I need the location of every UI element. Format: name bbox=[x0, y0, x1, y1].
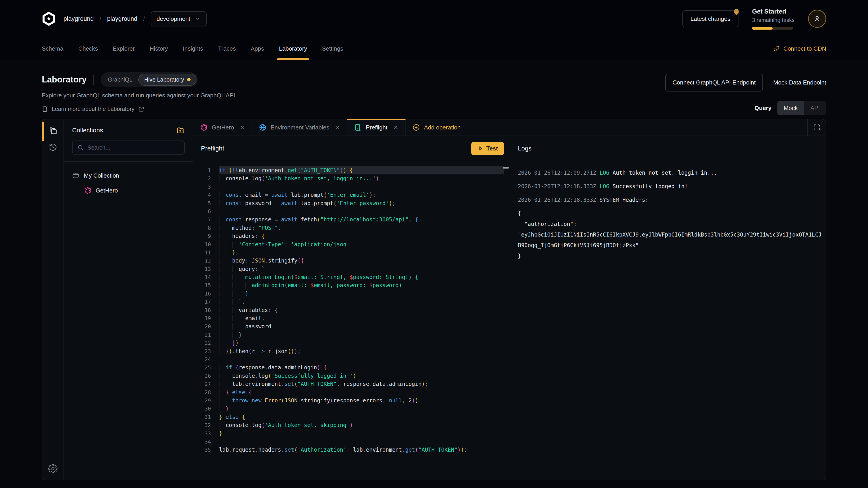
collections-search[interactable] bbox=[72, 140, 185, 155]
tab-preflight[interactable]: Preflight✕ bbox=[347, 119, 405, 135]
code-line-content: lab.environment.set("AUTH_TOKEN", respon… bbox=[219, 380, 504, 388]
code-line-content: headers: { bbox=[219, 232, 504, 240]
learn-more-link[interactable]: Learn more about the Laboratory bbox=[42, 106, 237, 112]
mock-data-endpoint-button[interactable]: Mock Data Endpoint bbox=[773, 79, 826, 86]
close-tab-icon[interactable]: ✕ bbox=[393, 124, 398, 131]
code-line[interactable]: 34 bbox=[193, 437, 510, 446]
nav-tab-checks[interactable]: Checks bbox=[78, 37, 98, 60]
code-line[interactable]: 28 } else { bbox=[193, 388, 510, 396]
code-line[interactable]: 26 console.log('Successfully logged in!'… bbox=[193, 372, 510, 380]
globe-icon bbox=[259, 124, 267, 131]
fullscreen-button[interactable] bbox=[807, 119, 826, 135]
nav-tab-apps[interactable]: Apps bbox=[251, 37, 264, 60]
user-avatar[interactable] bbox=[808, 10, 826, 28]
line-number: 24 bbox=[193, 355, 211, 363]
nav-tab-traces[interactable]: Traces bbox=[218, 37, 236, 60]
code-line[interactable]: 5 const password = await lab.prompt('Ent… bbox=[193, 199, 510, 207]
mode-option-graphiql[interactable]: GraphiQL bbox=[102, 74, 138, 86]
connect-graphql-api-endpoint-button[interactable]: Connect GraphQL API Endpoint bbox=[665, 74, 763, 92]
code-editor[interactable]: 1if (!lab.environment.get("AUTH_TOKEN"))… bbox=[193, 161, 510, 480]
tab-bar-tabs: GetHero✕Environment Variables✕Preflight✕… bbox=[193, 119, 467, 135]
code-line[interactable]: 9 headers: { bbox=[193, 232, 510, 240]
breadcrumb-org[interactable]: playground bbox=[64, 15, 94, 22]
log-detail-line: } bbox=[518, 251, 826, 261]
latest-changes-button[interactable]: Latest changes bbox=[682, 10, 739, 27]
nav-tab-explorer[interactable]: Explorer bbox=[113, 37, 135, 60]
code-line[interactable]: 33} bbox=[193, 429, 510, 437]
collection-folder-my-collection[interactable]: My Collection bbox=[72, 172, 185, 180]
mode-option-hive-laboratory[interactable]: Hive Laboratory bbox=[138, 74, 196, 86]
code-line[interactable]: 12 body: JSON.stringify({ bbox=[193, 257, 510, 265]
code-line[interactable]: 29 throw new Error(JSON.stringify(respon… bbox=[193, 396, 510, 404]
code-line[interactable]: 22 }) bbox=[193, 339, 510, 347]
nav-tab-laboratory[interactable]: Laboratory bbox=[279, 37, 307, 60]
close-tab-icon[interactable]: ✕ bbox=[240, 124, 245, 131]
code-line[interactable]: 25 if (response.data.adminLogin) { bbox=[193, 363, 510, 372]
breadcrumb-project[interactable]: playground bbox=[107, 15, 137, 22]
code-line[interactable]: 13 query: ` bbox=[193, 265, 510, 273]
code-line[interactable]: 18 variables: { bbox=[193, 306, 510, 314]
collection-children: GetHero bbox=[76, 181, 185, 203]
settings-gear-icon[interactable] bbox=[48, 464, 58, 474]
code-line-content bbox=[219, 183, 504, 191]
line-number: 22 bbox=[193, 339, 211, 347]
code-line[interactable]: 16 } bbox=[193, 290, 510, 298]
code-line[interactable]: 3 bbox=[193, 183, 510, 191]
code-line[interactable]: 21 } bbox=[193, 331, 510, 339]
query-mode-api[interactable]: API bbox=[804, 101, 826, 115]
collection-item-gethero[interactable]: GetHero bbox=[84, 181, 185, 194]
code-line[interactable]: 35lab.request.headers.set('Authorization… bbox=[193, 446, 510, 454]
code-line[interactable]: 15 adminLogin(email: $email, password: $… bbox=[193, 281, 510, 289]
code-line[interactable]: 1if (!lab.environment.get("AUTH_TOKEN"))… bbox=[193, 166, 510, 174]
code-line[interactable]: 8 method: "POST", bbox=[193, 224, 510, 232]
code-line[interactable]: 14 mutation Login($email: String!, $pass… bbox=[193, 273, 510, 281]
code-line[interactable]: 2 console.log('Auth token not set, loggi… bbox=[193, 174, 510, 183]
history-rail-icon[interactable] bbox=[48, 142, 58, 152]
collection-folder-label: My Collection bbox=[84, 172, 119, 179]
code-line[interactable]: 20 password bbox=[193, 322, 510, 330]
code-line[interactable]: 24 bbox=[193, 355, 510, 363]
code-line[interactable]: 7 const response = await fetch("http://l… bbox=[193, 216, 510, 224]
code-line[interactable]: 17 `, bbox=[193, 298, 510, 306]
code-line[interactable]: 31} else { bbox=[193, 413, 510, 421]
code-line[interactable]: 10 'Content-Type': 'application/json' bbox=[193, 240, 510, 249]
code-line-content: } bbox=[219, 290, 504, 298]
code-line[interactable]: 32 console.log('Auth token set, skipping… bbox=[193, 421, 510, 429]
add-collection-folder-icon[interactable] bbox=[176, 126, 185, 135]
laboratory-section-header: Laboratory GraphiQL Hive Laboratory Expl… bbox=[0, 60, 868, 115]
breadcrumb-separator: / bbox=[143, 15, 145, 22]
search-input[interactable] bbox=[88, 144, 180, 151]
get-started-widget[interactable]: Get Started 3 remaining tasks bbox=[752, 8, 795, 30]
code-line[interactable]: 23 }).then(r => r.json()); bbox=[193, 347, 510, 355]
code-line-content: } else { bbox=[219, 413, 504, 421]
editor-scrollbar-thumb[interactable] bbox=[503, 167, 509, 168]
code-line-content: } else { bbox=[219, 388, 504, 396]
nav-tab-schema[interactable]: Schema bbox=[42, 37, 63, 60]
target-selector[interactable]: development bbox=[151, 11, 207, 26]
query-mode-mock[interactable]: Mock bbox=[777, 101, 804, 115]
close-tab-icon[interactable]: ✕ bbox=[335, 124, 340, 131]
code-line[interactable]: 27 lab.environment.set("AUTH_TOKEN", res… bbox=[193, 380, 510, 388]
code-line[interactable]: 11 }, bbox=[193, 249, 510, 257]
connect-to-cdn-link[interactable]: Connect to CDN bbox=[773, 37, 826, 60]
code-line[interactable]: 4 const email = await lab.prompt('Enter … bbox=[193, 191, 510, 199]
code-line-content: lab.request.headers.set('Authorization',… bbox=[219, 446, 504, 454]
test-button[interactable]: Test bbox=[471, 142, 504, 155]
collections-rail-icon[interactable] bbox=[48, 126, 58, 135]
tab-gethero[interactable]: GetHero✕ bbox=[193, 119, 252, 135]
nav-tab-history[interactable]: History bbox=[150, 37, 168, 60]
code-line-content: console.log('Successfully logged in!') bbox=[219, 372, 504, 380]
page-description: Explore your GraphQL schema and run quer… bbox=[42, 92, 237, 99]
line-number: 27 bbox=[193, 380, 211, 388]
line-number: 26 bbox=[193, 372, 211, 380]
code-line[interactable]: 6 bbox=[193, 207, 510, 216]
code-line-content: variables: { bbox=[219, 306, 504, 314]
tab-environment-variables[interactable]: Environment Variables✕ bbox=[252, 119, 347, 135]
code-line[interactable]: 19 email, bbox=[193, 314, 510, 322]
add-operation-button[interactable]: Add operation bbox=[405, 119, 467, 135]
tab-label: Environment Variables bbox=[271, 124, 329, 131]
nav-tab-settings[interactable]: Settings bbox=[322, 37, 343, 60]
code-line[interactable]: 30 } bbox=[193, 404, 510, 413]
code-line-content: query: ` bbox=[219, 265, 504, 273]
nav-tab-insights[interactable]: Insights bbox=[183, 37, 203, 60]
